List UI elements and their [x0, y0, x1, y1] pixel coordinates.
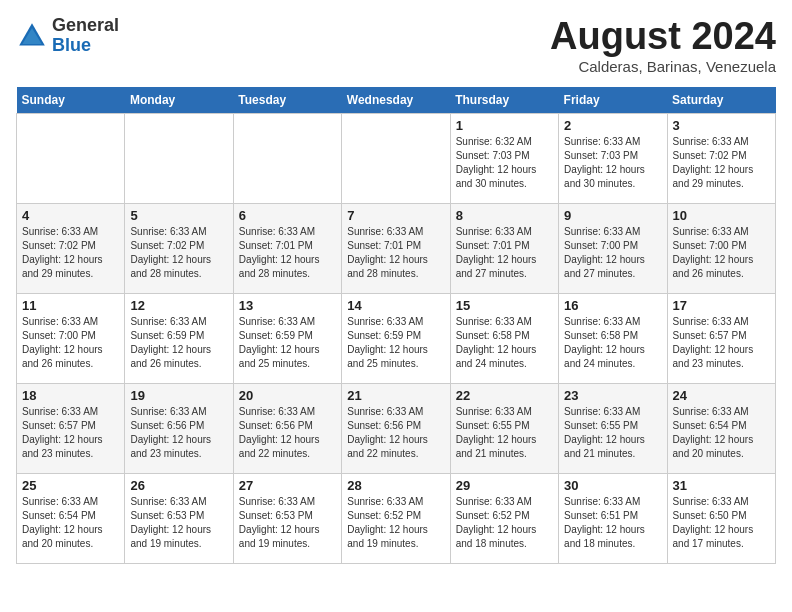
- calendar-cell: 30Sunrise: 6:33 AMSunset: 6:51 PMDayligh…: [559, 473, 667, 563]
- day-info: Sunrise: 6:33 AMSunset: 6:53 PMDaylight:…: [239, 495, 336, 551]
- day-number: 3: [673, 118, 770, 133]
- calendar-cell: 16Sunrise: 6:33 AMSunset: 6:58 PMDayligh…: [559, 293, 667, 383]
- calendar-cell: 22Sunrise: 6:33 AMSunset: 6:55 PMDayligh…: [450, 383, 558, 473]
- day-number: 26: [130, 478, 227, 493]
- calendar-cell: 11Sunrise: 6:33 AMSunset: 7:00 PMDayligh…: [17, 293, 125, 383]
- day-number: 31: [673, 478, 770, 493]
- calendar-cell: 25Sunrise: 6:33 AMSunset: 6:54 PMDayligh…: [17, 473, 125, 563]
- day-number: 5: [130, 208, 227, 223]
- week-row-4: 18Sunrise: 6:33 AMSunset: 6:57 PMDayligh…: [17, 383, 776, 473]
- calendar-cell: 9Sunrise: 6:33 AMSunset: 7:00 PMDaylight…: [559, 203, 667, 293]
- day-info: Sunrise: 6:33 AMSunset: 6:52 PMDaylight:…: [347, 495, 444, 551]
- day-number: 8: [456, 208, 553, 223]
- calendar-cell: 7Sunrise: 6:33 AMSunset: 7:01 PMDaylight…: [342, 203, 450, 293]
- day-number: 2: [564, 118, 661, 133]
- calendar-table: Sunday Monday Tuesday Wednesday Thursday…: [16, 87, 776, 564]
- day-number: 10: [673, 208, 770, 223]
- day-number: 25: [22, 478, 119, 493]
- calendar-cell: 13Sunrise: 6:33 AMSunset: 6:59 PMDayligh…: [233, 293, 341, 383]
- day-info: Sunrise: 6:33 AMSunset: 6:59 PMDaylight:…: [130, 315, 227, 371]
- day-info: Sunrise: 6:33 AMSunset: 6:54 PMDaylight:…: [673, 405, 770, 461]
- col-thursday: Thursday: [450, 87, 558, 114]
- day-number: 22: [456, 388, 553, 403]
- calendar-cell: 19Sunrise: 6:33 AMSunset: 6:56 PMDayligh…: [125, 383, 233, 473]
- day-info: Sunrise: 6:33 AMSunset: 6:56 PMDaylight:…: [130, 405, 227, 461]
- calendar-cell: [233, 113, 341, 203]
- logo-blue-text: Blue: [52, 35, 91, 55]
- day-info: Sunrise: 6:33 AMSunset: 6:51 PMDaylight:…: [564, 495, 661, 551]
- day-number: 9: [564, 208, 661, 223]
- day-number: 28: [347, 478, 444, 493]
- day-number: 18: [22, 388, 119, 403]
- day-info: Sunrise: 6:33 AMSunset: 6:52 PMDaylight:…: [456, 495, 553, 551]
- day-number: 16: [564, 298, 661, 313]
- day-number: 27: [239, 478, 336, 493]
- day-number: 29: [456, 478, 553, 493]
- day-info: Sunrise: 6:33 AMSunset: 6:53 PMDaylight:…: [130, 495, 227, 551]
- title-block: August 2024 Calderas, Barinas, Venezuela: [550, 16, 776, 75]
- day-number: 6: [239, 208, 336, 223]
- calendar-cell: 26Sunrise: 6:33 AMSunset: 6:53 PMDayligh…: [125, 473, 233, 563]
- calendar-cell: 12Sunrise: 6:33 AMSunset: 6:59 PMDayligh…: [125, 293, 233, 383]
- calendar-cell: 15Sunrise: 6:33 AMSunset: 6:58 PMDayligh…: [450, 293, 558, 383]
- day-number: 24: [673, 388, 770, 403]
- day-number: 12: [130, 298, 227, 313]
- day-number: 7: [347, 208, 444, 223]
- day-number: 15: [456, 298, 553, 313]
- calendar-cell: 29Sunrise: 6:33 AMSunset: 6:52 PMDayligh…: [450, 473, 558, 563]
- day-info: Sunrise: 6:33 AMSunset: 7:01 PMDaylight:…: [456, 225, 553, 281]
- day-number: 13: [239, 298, 336, 313]
- day-number: 1: [456, 118, 553, 133]
- logo: General Blue: [16, 16, 119, 56]
- col-sunday: Sunday: [17, 87, 125, 114]
- day-number: 21: [347, 388, 444, 403]
- col-saturday: Saturday: [667, 87, 775, 114]
- location: Calderas, Barinas, Venezuela: [550, 58, 776, 75]
- calendar-cell: 18Sunrise: 6:33 AMSunset: 6:57 PMDayligh…: [17, 383, 125, 473]
- day-info: Sunrise: 6:33 AMSunset: 7:01 PMDaylight:…: [239, 225, 336, 281]
- day-info: Sunrise: 6:33 AMSunset: 6:50 PMDaylight:…: [673, 495, 770, 551]
- calendar-cell: [17, 113, 125, 203]
- week-row-1: 1Sunrise: 6:32 AMSunset: 7:03 PMDaylight…: [17, 113, 776, 203]
- logo-general-text: General: [52, 15, 119, 35]
- day-info: Sunrise: 6:33 AMSunset: 7:00 PMDaylight:…: [673, 225, 770, 281]
- day-info: Sunrise: 6:33 AMSunset: 6:56 PMDaylight:…: [347, 405, 444, 461]
- calendar-cell: 2Sunrise: 6:33 AMSunset: 7:03 PMDaylight…: [559, 113, 667, 203]
- page-header: General Blue August 2024 Calderas, Barin…: [16, 16, 776, 75]
- day-info: Sunrise: 6:33 AMSunset: 6:59 PMDaylight:…: [239, 315, 336, 371]
- day-info: Sunrise: 6:33 AMSunset: 7:02 PMDaylight:…: [673, 135, 770, 191]
- calendar-cell: 21Sunrise: 6:33 AMSunset: 6:56 PMDayligh…: [342, 383, 450, 473]
- col-friday: Friday: [559, 87, 667, 114]
- calendar-cell: 6Sunrise: 6:33 AMSunset: 7:01 PMDaylight…: [233, 203, 341, 293]
- calendar-cell: 8Sunrise: 6:33 AMSunset: 7:01 PMDaylight…: [450, 203, 558, 293]
- calendar-cell: 31Sunrise: 6:33 AMSunset: 6:50 PMDayligh…: [667, 473, 775, 563]
- day-info: Sunrise: 6:33 AMSunset: 7:00 PMDaylight:…: [22, 315, 119, 371]
- calendar-cell: 5Sunrise: 6:33 AMSunset: 7:02 PMDaylight…: [125, 203, 233, 293]
- day-info: Sunrise: 6:33 AMSunset: 6:55 PMDaylight:…: [564, 405, 661, 461]
- day-info: Sunrise: 6:33 AMSunset: 7:02 PMDaylight:…: [130, 225, 227, 281]
- col-tuesday: Tuesday: [233, 87, 341, 114]
- day-number: 17: [673, 298, 770, 313]
- calendar-cell: 20Sunrise: 6:33 AMSunset: 6:56 PMDayligh…: [233, 383, 341, 473]
- day-info: Sunrise: 6:33 AMSunset: 6:59 PMDaylight:…: [347, 315, 444, 371]
- day-info: Sunrise: 6:33 AMSunset: 6:57 PMDaylight:…: [22, 405, 119, 461]
- week-row-2: 4Sunrise: 6:33 AMSunset: 7:02 PMDaylight…: [17, 203, 776, 293]
- col-monday: Monday: [125, 87, 233, 114]
- calendar-cell: 3Sunrise: 6:33 AMSunset: 7:02 PMDaylight…: [667, 113, 775, 203]
- calendar-cell: 24Sunrise: 6:33 AMSunset: 6:54 PMDayligh…: [667, 383, 775, 473]
- calendar-cell: 10Sunrise: 6:33 AMSunset: 7:00 PMDayligh…: [667, 203, 775, 293]
- calendar-cell: [125, 113, 233, 203]
- day-info: Sunrise: 6:32 AMSunset: 7:03 PMDaylight:…: [456, 135, 553, 191]
- calendar-cell: 4Sunrise: 6:33 AMSunset: 7:02 PMDaylight…: [17, 203, 125, 293]
- day-info: Sunrise: 6:33 AMSunset: 7:02 PMDaylight:…: [22, 225, 119, 281]
- logo-icon: [16, 20, 48, 52]
- day-info: Sunrise: 6:33 AMSunset: 6:56 PMDaylight:…: [239, 405, 336, 461]
- day-number: 11: [22, 298, 119, 313]
- calendar-cell: 27Sunrise: 6:33 AMSunset: 6:53 PMDayligh…: [233, 473, 341, 563]
- day-info: Sunrise: 6:33 AMSunset: 7:00 PMDaylight:…: [564, 225, 661, 281]
- day-info: Sunrise: 6:33 AMSunset: 6:58 PMDaylight:…: [564, 315, 661, 371]
- calendar-cell: 17Sunrise: 6:33 AMSunset: 6:57 PMDayligh…: [667, 293, 775, 383]
- calendar-cell: 28Sunrise: 6:33 AMSunset: 6:52 PMDayligh…: [342, 473, 450, 563]
- day-number: 23: [564, 388, 661, 403]
- day-number: 30: [564, 478, 661, 493]
